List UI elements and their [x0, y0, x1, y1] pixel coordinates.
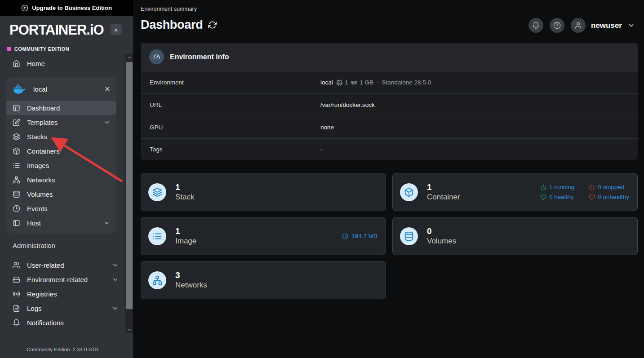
sidebar-item-events[interactable]: Events [6, 201, 116, 216]
info-row-tags: Tags - [141, 138, 638, 160]
scrollbar-down-icon[interactable] [125, 326, 133, 333]
bell-icon [532, 22, 540, 29]
notifications-button[interactable] [529, 18, 543, 33]
administration-section-label: Administration [13, 242, 55, 249]
sidebar-item-templates[interactable]: Templates [6, 115, 116, 129]
networks-card-icon [148, 271, 166, 289]
users-icon [13, 261, 20, 269]
sidebar-item-stacks[interactable]: Stacks [6, 129, 116, 144]
events-label: Events [27, 205, 48, 212]
layers-icon [152, 187, 162, 197]
sidebar-item-dashboard[interactable]: Dashboard [6, 101, 116, 115]
environment-row-value: local 1 1 GB - Standalone 28.5.0 [320, 79, 431, 86]
arrow-up-circle-icon [21, 4, 28, 12]
image-card[interactable]: 1 Image 194.7 MB [141, 217, 386, 255]
templates-icon [13, 119, 20, 126]
templates-label: Templates [27, 119, 58, 126]
environment-name: local [33, 85, 47, 93]
cpu-stat: 1 [336, 79, 348, 86]
environment-related-label: Environment-related [27, 276, 88, 283]
sidebar-item-host[interactable]: Host [6, 216, 116, 230]
networks-label: Networks [27, 176, 55, 184]
sidebar-item-environment-related[interactable]: Environment-related [0, 272, 125, 287]
network-icon [152, 275, 162, 285]
environment-panel: local Dashboard Templates Stacks [6, 77, 116, 233]
container-card[interactable]: 1 Container 1 running 0 stopped [392, 173, 638, 211]
sidebar-collapse-button[interactable]: « [111, 24, 122, 35]
sidebar-item-networks[interactable]: Networks [6, 172, 116, 187]
chevron-down-icon[interactable] [627, 22, 635, 29]
edition-square-icon [7, 47, 11, 51]
environment-row-label: Environment [141, 79, 320, 86]
healthy-stat: 0 healthy [540, 194, 574, 200]
environment-info-header: Environment info [141, 43, 638, 71]
chevron-down-icon [112, 262, 119, 269]
cpu-icon [336, 80, 342, 86]
networks-icon [13, 176, 20, 184]
scrollbar-up-icon[interactable] [125, 54, 133, 61]
image-count: 1 [175, 226, 196, 237]
environment-header[interactable]: local [6, 77, 116, 101]
volumes-label: Volumes [427, 236, 456, 246]
networks-label: Networks [175, 280, 207, 290]
chevron-down-icon [112, 276, 119, 283]
volumes-icon [13, 190, 20, 198]
sidebar-item-logs[interactable]: Logs [0, 301, 125, 315]
container-card-icon [400, 183, 418, 201]
help-button[interactable] [550, 18, 564, 33]
sidebar-item-home[interactable]: Home [0, 56, 125, 71]
sidebar-item-volumes[interactable]: Volumes [6, 187, 116, 201]
volumes-count: 0 [427, 226, 456, 237]
image-size: 194.7 MB [342, 233, 378, 239]
tags-row-label: Tags [141, 146, 320, 153]
images-icon [13, 162, 20, 169]
running-stat: 1 running [540, 184, 574, 190]
gpu-row-label: GPU [141, 124, 320, 131]
containers-icon [13, 147, 20, 155]
stack-label: Stack [175, 192, 195, 202]
upgrade-banner[interactable]: Upgrade to Business Edition [0, 0, 133, 16]
volumes-card[interactable]: 0 Volumes [392, 217, 638, 255]
gpu-row-value: none [320, 124, 334, 131]
heart-icon [540, 194, 546, 200]
sidebar-item-images[interactable]: Images [6, 158, 116, 172]
chevron-down-icon [112, 305, 119, 312]
host-label: Host [27, 219, 41, 227]
stack-card[interactable]: 1 Stack [141, 173, 386, 211]
broadcast-icon [13, 290, 20, 298]
upgrade-label: Upgrade to Business Edition [32, 4, 112, 11]
logs-label: Logs [27, 305, 42, 312]
title-row: Dashboard [141, 18, 217, 32]
refresh-icon[interactable] [208, 21, 217, 29]
page-title: Dashboard [141, 18, 203, 32]
username[interactable]: newuser [591, 21, 622, 30]
sidebar-item-containers[interactable]: Containers [6, 144, 116, 158]
edition-row: COMMUNITY EDITION [0, 41, 133, 52]
separator: - [377, 79, 379, 86]
image-label: Image [175, 236, 196, 246]
networks-card[interactable]: 3 Networks [141, 261, 386, 299]
environment-info-panel: Environment info Environment local 1 1 [141, 43, 638, 160]
box-icon [404, 187, 414, 197]
scrollbar-thumb[interactable] [126, 62, 133, 309]
close-environment-icon[interactable] [104, 85, 111, 93]
networks-count: 3 [175, 270, 207, 281]
list-icon [152, 231, 162, 241]
sidebar-item-registries[interactable]: Registries [0, 287, 125, 301]
docker-icon [13, 84, 26, 94]
sidebar-item-user-related[interactable]: User-related [0, 258, 125, 272]
gauge-icon [149, 49, 164, 64]
stopped-stat: 0 stopped [589, 184, 629, 190]
avatar[interactable] [571, 18, 586, 33]
help-circle-icon [553, 22, 561, 29]
tags-row-value: - [320, 146, 323, 153]
file-text-icon [13, 305, 20, 312]
sidebar: Upgrade to Business Edition PORTAINER.iO… [0, 0, 133, 358]
sidebar-scrollbar[interactable] [125, 54, 133, 333]
home-icon [13, 60, 20, 67]
stack-count: 1 [175, 182, 195, 193]
host-icon [13, 219, 20, 227]
sidebar-footer: Community Edition2.34.0 STS [0, 347, 125, 352]
sidebar-item-notifications[interactable]: Notifications [0, 315, 125, 330]
power-icon [540, 184, 546, 190]
